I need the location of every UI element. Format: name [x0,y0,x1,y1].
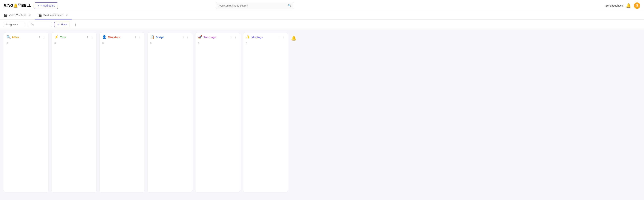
board-bell-icon[interactable]: 🔔 [291,36,296,41]
tab-youtube-emoji: 🎬 [4,14,7,17]
board-right-bell: 🔔 [290,32,298,192]
column-title-titre: Titre [60,36,84,39]
column-header-idees: 🔍 Idées + ⋮ [4,32,48,41]
tab-production[interactable]: 🎬 Production Vidéo ✕ [34,11,72,20]
column-add-button-montage[interactable]: + [277,35,281,39]
column-more-button-titre[interactable]: ⋮ [90,35,94,39]
column-actions-titre: + ⋮ [86,35,94,39]
assignee-label: Assignee [6,23,16,26]
column-count-tournage: 0 [196,41,240,47]
column-count-montage: 0 [243,41,288,47]
search-bar: 🔍 [216,2,294,9]
chevron-down-icon: ▾ [17,23,18,26]
tab-production-emoji: 🎬 [38,14,42,17]
clipboard-icon: 📋 [150,35,154,39]
column-actions-idees: + ⋮ [38,35,46,39]
column-more-button-montage[interactable]: ⋮ [282,35,285,39]
column-header-miniature: 👤 Miniature + ⋮ [100,32,144,41]
person-icon: 👤 [102,35,106,39]
share-label: Share [60,23,67,26]
column-title-miniature: Miniature [108,36,132,39]
logo-bell-icon: 🔔 [13,3,18,8]
logo-ring: RING [4,3,13,8]
column-more-button-script[interactable]: ⋮ [186,35,190,39]
column-actions-tournage: + ⋮ [229,35,237,39]
share-icon: ⇗ [58,23,60,26]
tab-production-close[interactable]: ✕ [66,14,68,17]
column-count-idees: 0 [4,41,48,47]
column-add-button-miniature[interactable]: + [134,35,137,39]
tab-production-label: Production Vidéo [44,14,63,17]
column-script: 📋 Script + ⋮ 0 [147,32,192,192]
search-icon: 🔍 [6,35,11,39]
plus-icon: ＋ [37,4,40,7]
column-title-script: Script [156,36,180,39]
column-title-montage: Montage [252,36,276,39]
logo-the: the [18,3,21,5]
header-right: Send feedback 🔔 S [606,3,640,9]
search-input[interactable] [218,4,286,7]
board: 🔍 Idées + ⋮ 0 ⚡ Titre + ⋮ 0 👤 Mi [0,29,644,195]
column-count-script: 0 [148,41,192,47]
column-idees: 🔍 Idées + ⋮ 0 [4,32,48,192]
header: RING 🔔 the BELL ＋ + Add board 🔍 Send fee… [0,0,644,11]
column-miniature: 👤 Miniature + ⋮ 0 [100,32,144,192]
column-more-button-tournage[interactable]: ⋮ [234,35,237,39]
add-board-button[interactable]: ＋ + Add board [34,3,58,9]
column-title-tournage: Tournage [204,36,228,39]
column-actions-script: + ⋮ [182,35,190,39]
column-add-button-idees[interactable]: + [38,35,41,39]
column-actions-montage: + ⋮ [277,35,285,39]
toolbar: Assignee ▾ ⇗ Share ⋮ [0,20,644,29]
rocket-icon: 🚀 [198,35,202,39]
notification-bell-icon[interactable]: 🔔 [626,3,631,8]
tab-youtube-close[interactable]: ✕ [28,14,31,17]
assignee-dropdown[interactable]: Assignee ▾ [3,22,26,27]
tag-input[interactable] [28,22,52,27]
wand-icon: ✨ [246,35,250,39]
tab-youtube[interactable]: 🎬 Vidéo YouTube ✕ [0,11,34,20]
column-add-button-titre[interactable]: + [86,35,89,39]
column-count-titre: 0 [52,41,96,47]
column-count-miniature: 0 [100,41,144,47]
column-more-button-miniature[interactable]: ⋮ [138,35,142,39]
column-montage: ✨ Montage + ⋮ 0 [243,32,288,192]
column-header-tournage: 🚀 Tournage + ⋮ [196,32,240,41]
share-button[interactable]: ⇗ Share [54,22,70,27]
avatar[interactable]: S [634,3,640,9]
column-header-script: 📋 Script + ⋮ [148,32,192,41]
send-feedback-button[interactable]: Send feedback [606,4,623,7]
tabs-bar: 🎬 Vidéo YouTube ✕ 🎬 Production Vidéo ✕ [0,11,644,20]
column-title-idees: Idées [12,36,36,39]
more-options-button[interactable]: ⋮ [72,22,78,27]
column-more-button-idees[interactable]: ⋮ [42,35,46,39]
logo-bell-text: BELL [21,3,31,8]
tab-youtube-label: Vidéo YouTube [9,14,26,17]
column-add-button-script[interactable]: + [182,35,185,39]
logo: RING 🔔 the BELL [4,3,31,8]
column-header-titre: ⚡ Titre + ⋮ [52,32,96,41]
column-add-button-tournage[interactable]: + [229,35,233,39]
search-icon: 🔍 [288,4,292,7]
column-header-montage: ✨ Montage + ⋮ [243,32,288,41]
add-board-label: + Add board [41,4,55,7]
lightning-icon: ⚡ [54,35,58,39]
column-tournage: 🚀 Tournage + ⋮ 0 [195,32,240,192]
column-actions-miniature: + ⋮ [134,35,142,39]
column-titre: ⚡ Titre + ⋮ 0 [52,32,96,192]
